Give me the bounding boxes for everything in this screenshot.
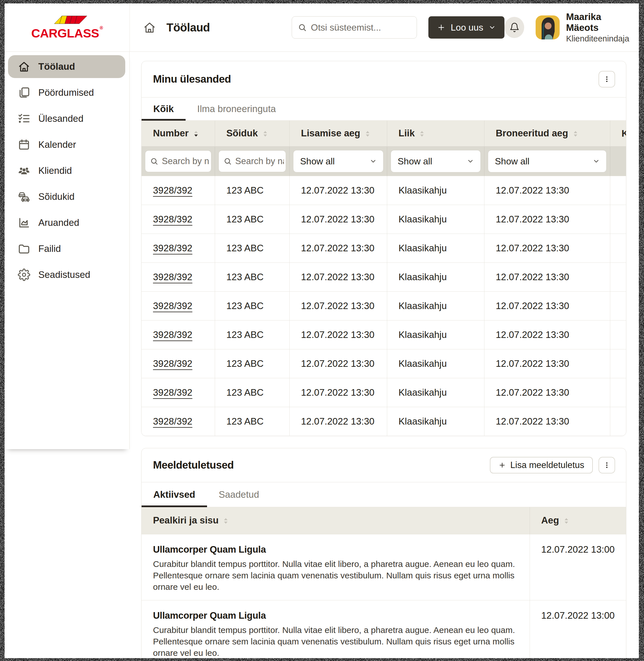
sidebar-item-kliendid[interactable]: Kliendid — [8, 159, 125, 182]
app-window: CARGLASS® Töölaud Loo uus — [5, 3, 639, 658]
global-search-input[interactable] — [292, 16, 417, 39]
sort-icon[interactable] — [573, 128, 578, 139]
tab-aktiivsed[interactable]: Aktiivsed — [142, 482, 207, 507]
vehicle-cell: 123 ABC — [215, 349, 290, 378]
list-item[interactable]: Ullamcorper Quam Ligula Curabitur blandi… — [142, 600, 626, 658]
table-row: 3928/392123 ABC12.07.2022 13:30Klaasikah… — [142, 321, 626, 349]
sort-icon[interactable] — [263, 128, 268, 139]
kebab-menu-icon — [603, 462, 611, 469]
type-cell: Klaasikahju — [387, 263, 484, 291]
sidebar-item-seadistused[interactable]: Seadistused — [8, 263, 125, 286]
chart-icon — [18, 216, 30, 229]
task-number-link[interactable]: 3928/392 — [153, 387, 192, 398]
column-header-clipped[interactable]: K — [610, 121, 626, 147]
column-header-broneeritud-aeg[interactable]: Broneeritud aeg — [484, 121, 610, 147]
notifications-button[interactable] — [504, 17, 524, 38]
column-header-lisamise-aeg[interactable]: Lisamise aeg — [290, 121, 387, 147]
carglass-banner-icon — [46, 16, 95, 24]
table-row: 3928/392123 ABC12.07.2022 13:30Klaasikah… — [142, 407, 626, 436]
added-cell: 12.07.2022 13:30 — [290, 176, 387, 205]
reminder-title: Ullamcorper Quam Ligula — [153, 610, 518, 621]
sidebar-item-toolaud[interactable]: Töölaud — [8, 55, 125, 78]
sidebar-item-ulesanded[interactable]: Ülesanded — [8, 107, 125, 130]
user-role: Klienditeenindaja — [566, 34, 631, 44]
checklist-icon — [18, 112, 30, 125]
column-header-soiduk[interactable]: Sõiduk — [215, 121, 290, 147]
add-reminder-button[interactable]: Lisa meeldetuletus — [490, 457, 593, 473]
reminder-body: Curabitur blandit tempus porttitor. Null… — [153, 558, 518, 593]
tasks-table: Number Sõiduk Lisamise aeg Liik Broneeri… — [142, 121, 626, 436]
tab-koik[interactable]: Kõik — [142, 97, 186, 120]
booked-cell: 12.07.2022 13:30 — [484, 378, 610, 407]
task-number-link[interactable]: 3928/392 — [153, 329, 192, 340]
task-number-link[interactable]: 3928/392 — [153, 416, 192, 427]
registered-mark: ® — [100, 25, 103, 30]
booked-cell: 12.07.2022 13:30 — [484, 205, 610, 234]
folder-icon — [18, 242, 30, 255]
column-header-aeg[interactable]: Aeg — [530, 507, 626, 534]
tab-ilma-broneeringuta[interactable]: Ilma broneeringuta — [186, 97, 288, 120]
reminder-time: 12.07.2022 13:00 — [530, 600, 626, 658]
kebab-menu-icon — [603, 75, 611, 83]
home-icon — [18, 60, 30, 73]
chevron-down-icon — [593, 158, 600, 165]
vehicle-cell: 123 ABC — [215, 378, 290, 407]
sidebar-item-failid[interactable]: Failid — [8, 237, 125, 260]
task-number-link[interactable]: 3928/392 — [153, 301, 192, 311]
search-icon — [150, 157, 158, 165]
sidebar-item-label: Kliendid — [38, 165, 72, 176]
added-cell: 12.07.2022 13:30 — [290, 349, 387, 378]
reminder-title: Ullamcorper Quam Ligula — [153, 544, 518, 555]
type-cell: Klaasikahju — [387, 234, 484, 263]
page-title: Töölaud — [166, 21, 210, 34]
vehicle-cell: 123 ABC — [215, 205, 290, 234]
task-number-link[interactable]: 3928/392 — [153, 272, 192, 282]
sort-icon[interactable] — [564, 516, 569, 526]
reminders-card-menu-button[interactable] — [599, 457, 615, 473]
task-number-link[interactable]: 3928/392 — [153, 214, 192, 225]
sidebar-item-poordumised[interactable]: Pöördumised — [8, 81, 125, 104]
type-cell: Klaasikahju — [387, 291, 484, 321]
sidebar-item-aruanded[interactable]: Aruanded — [8, 211, 125, 234]
sort-icon[interactable] — [194, 128, 198, 139]
type-cell: Klaasikahju — [387, 176, 484, 205]
plus-icon — [437, 23, 445, 32]
sort-icon[interactable] — [224, 516, 228, 526]
sort-icon[interactable] — [420, 128, 424, 139]
avatar[interactable] — [536, 16, 560, 40]
added-cell: 12.07.2022 13:30 — [290, 407, 387, 436]
task-number-link[interactable]: 3928/392 — [153, 243, 192, 253]
added-cell: 12.07.2022 13:30 — [290, 291, 387, 321]
sidebar-item-label: Seadistused — [38, 269, 90, 280]
vehicle-cell: 123 ABC — [215, 234, 290, 263]
table-row: 3928/392123 ABC12.07.2022 13:30Klaasikah… — [142, 378, 626, 407]
tab-saadetud[interactable]: Saadetud — [207, 482, 271, 507]
global-search — [292, 16, 417, 39]
vehicle-cell: 123 ABC — [215, 291, 290, 321]
filter-added-select[interactable]: Show all — [293, 150, 384, 172]
added-cell: 12.07.2022 13:30 — [290, 234, 387, 263]
brand-logo[interactable]: CARGLASS® — [5, 3, 130, 51]
search-icon — [224, 157, 232, 165]
sidebar-item-kalender[interactable]: Kalender — [8, 133, 125, 156]
tasks-card-menu-button[interactable] — [599, 71, 615, 88]
filter-booked-select[interactable]: Show all — [488, 150, 606, 172]
user-info[interactable]: Maarika Mäeots Klienditeenindaja — [566, 11, 631, 44]
column-header-liik[interactable]: Liik — [387, 121, 484, 147]
topbar-main: Töölaud Loo uus — [130, 3, 639, 51]
column-header-number[interactable]: Number — [142, 121, 215, 147]
copy-icon — [18, 86, 30, 99]
filter-type-select[interactable]: Show all — [391, 150, 481, 172]
sort-icon[interactable] — [366, 128, 370, 139]
create-new-button[interactable]: Loo uus — [429, 16, 504, 39]
table-row: 3928/392123 ABC12.07.2022 13:30Klaasikah… — [142, 349, 626, 378]
task-number-link[interactable]: 3928/392 — [153, 358, 192, 369]
tasks-tabs: Kõik Ilma broneeringuta — [142, 97, 626, 121]
reminder-body: Curabitur blandit tempus porttitor. Null… — [153, 624, 518, 658]
sidebar-item-soidukid[interactable]: Sõidukid — [8, 185, 125, 208]
task-number-link[interactable]: 3928/392 — [153, 185, 192, 195]
column-header-pealkiri[interactable]: Pealkiri ja sisu — [142, 507, 530, 534]
booked-cell: 12.07.2022 13:30 — [484, 234, 610, 263]
users-icon — [18, 164, 30, 177]
list-item[interactable]: Ullamcorper Quam Ligula Curabitur blandi… — [142, 534, 626, 600]
